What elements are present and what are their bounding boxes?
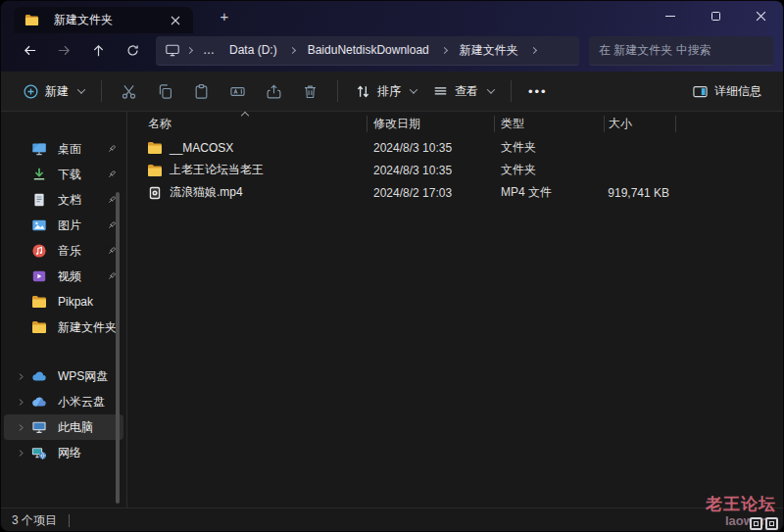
file-size: 919,741 KB — [604, 186, 675, 200]
address-bar[interactable]: … Data (D:) BaiduNetdiskDownload 新建文件夹 — [156, 36, 579, 66]
chevron-right-icon[interactable] — [186, 46, 193, 53]
file-row[interactable]: 上老王论坛当老王 2024/8/3 10:35 文件夹 — [127, 159, 783, 181]
view-button[interactable]: 查看 — [424, 78, 502, 105]
column-header-name[interactable]: 名称 — [127, 116, 367, 132]
details-pane-icon — [692, 83, 709, 100]
main-area: 桌面 下载 文档 图片 音乐 视频 Pikpak — [1, 112, 783, 508]
window-header: 新建文件夹 + — [1, 1, 783, 72]
forward-button[interactable] — [47, 36, 81, 66]
sidebar-item-Pikpak[interactable]: Pikpak — [4, 289, 123, 314]
file-date: 2024/8/3 10:35 — [367, 141, 494, 155]
sidebar-item-label: 下载 — [58, 167, 102, 183]
sidebar-item-label: 小米云盘 — [58, 394, 118, 411]
sidebar-item-WPS网盘[interactable]: WPS网盘 — [4, 363, 123, 389]
sidebar-item-文档[interactable]: 文档 — [4, 187, 123, 213]
file-name: 上老王论坛当老王 — [170, 162, 264, 178]
column-resizer[interactable] — [604, 116, 605, 132]
chevron-down-icon — [487, 85, 495, 93]
sidebar-gap — [1, 340, 126, 363]
sidebar: 桌面 下载 文档 图片 音乐 视频 Pikpak — [1, 112, 127, 508]
sidebar-item-桌面[interactable]: 桌面 — [4, 136, 123, 162]
rename-icon — [229, 83, 246, 100]
sidebar-item-新建文件夹[interactable]: 新建文件夹 — [4, 314, 123, 340]
column-resizer[interactable] — [675, 116, 676, 132]
column-header-date[interactable]: 修改日期 — [367, 116, 494, 132]
sidebar-item-label: 图片 — [58, 218, 102, 234]
folder-icon — [24, 13, 39, 27]
sidebar-item-视频[interactable]: 视频 — [4, 264, 123, 289]
folder-icon — [31, 319, 47, 335]
column-header-type[interactable]: 类型 — [494, 116, 604, 132]
tab-close-icon[interactable] — [166, 11, 185, 30]
trash-icon — [302, 83, 318, 100]
close-button[interactable] — [738, 1, 783, 31]
breadcrumb-folder[interactable]: BaiduNetdiskDownload — [302, 41, 435, 59]
column-resizer[interactable] — [494, 116, 495, 132]
paste-button[interactable] — [183, 77, 220, 106]
toolbar-divider — [101, 80, 102, 102]
file-name: 流浪猫娘.mp4 — [170, 184, 243, 201]
status-divider — [69, 514, 70, 527]
back-button[interactable] — [13, 36, 47, 66]
breadcrumb-current[interactable]: 新建文件夹 — [454, 40, 524, 61]
column-resizer[interactable] — [367, 116, 368, 132]
chevron-right-icon[interactable] — [530, 46, 537, 53]
maximize-button[interactable] — [693, 1, 738, 31]
chevron-right-icon[interactable] — [289, 46, 296, 53]
new-button[interactable]: 新建 — [15, 78, 92, 105]
new-tab-button[interactable]: + — [215, 6, 234, 25]
sidebar-item-label: Pikpak — [58, 295, 118, 309]
this-pc-icon[interactable] — [165, 42, 180, 58]
chevron-right-icon[interactable] — [14, 371, 27, 382]
file-row[interactable]: __MACOSX 2024/8/3 10:35 文件夹 — [127, 136, 783, 159]
details-pane-button[interactable]: 详细信息 — [684, 78, 769, 105]
sidebar-tree: WPS网盘 小米云盘 此电脑 网络 — [1, 363, 126, 465]
chevron-right-icon[interactable] — [441, 46, 448, 53]
share-button[interactable] — [256, 77, 292, 106]
breadcrumb-drive[interactable]: Data (D:) — [223, 41, 283, 59]
toolbar-divider — [511, 80, 512, 102]
chevron-down-icon — [77, 85, 85, 93]
copy-button[interactable] — [147, 77, 183, 106]
explorer-tab[interactable]: 新建文件夹 — [14, 7, 193, 33]
delete-button[interactable] — [292, 77, 328, 106]
sidebar-item-图片[interactable]: 图片 — [4, 213, 123, 238]
sort-button-label: 排序 — [377, 83, 401, 100]
refresh-icon — [125, 43, 140, 58]
toolbar-divider — [337, 80, 338, 102]
up-button[interactable] — [81, 36, 116, 66]
minimize-icon — [665, 16, 675, 17]
file-type: 文件夹 — [494, 139, 604, 156]
sidebar-item-小米云盘[interactable]: 小米云盘 — [4, 389, 123, 414]
sidebar-item-label: 桌面 — [58, 141, 102, 158]
explorer-window: 新建文件夹 + — [0, 0, 784, 532]
sidebar-item-此电脑[interactable]: 此电脑 — [4, 414, 123, 440]
file-date: 2024/8/3 10:35 — [367, 164, 494, 177]
sidebar-item-网络[interactable]: 网络 — [4, 440, 123, 465]
view-button-label: 查看 — [455, 83, 478, 100]
pin-icon — [106, 143, 118, 155]
new-button-label: 新建 — [45, 83, 69, 100]
folder-icon — [147, 140, 163, 156]
sidebar-item-音乐[interactable]: 音乐 — [4, 238, 123, 264]
chevron-right-icon[interactable] — [14, 397, 27, 408]
breadcrumb-ellipsis[interactable]: … — [199, 43, 220, 57]
rename-button[interactable] — [220, 77, 256, 106]
chevron-right-icon[interactable] — [14, 422, 27, 433]
chevron-right-icon[interactable] — [14, 448, 27, 459]
cut-button[interactable] — [111, 77, 147, 106]
media-icon — [147, 185, 163, 201]
file-rows: __MACOSX 2024/8/3 10:35 文件夹 上老王论坛当老王 202… — [127, 136, 783, 204]
search-input[interactable]: 在 新建文件夹 中搜索 — [589, 36, 773, 66]
sidebar-scrollbar[interactable] — [116, 192, 120, 504]
window-controls — [648, 1, 783, 31]
minimize-button[interactable] — [648, 1, 693, 31]
column-headers: 名称 修改日期 类型 大小 — [127, 112, 783, 136]
tab-title: 新建文件夹 — [54, 12, 158, 28]
more-options-button[interactable]: ••• — [520, 80, 556, 103]
sort-button[interactable]: 排序 — [347, 78, 424, 105]
column-header-size[interactable]: 大小 — [604, 116, 675, 132]
file-row[interactable]: 流浪猫娘.mp4 2024/8/2 17:03 MP4 文件 919,741 K… — [127, 181, 783, 204]
sidebar-item-下载[interactable]: 下载 — [4, 162, 123, 187]
refresh-button[interactable] — [116, 36, 150, 66]
